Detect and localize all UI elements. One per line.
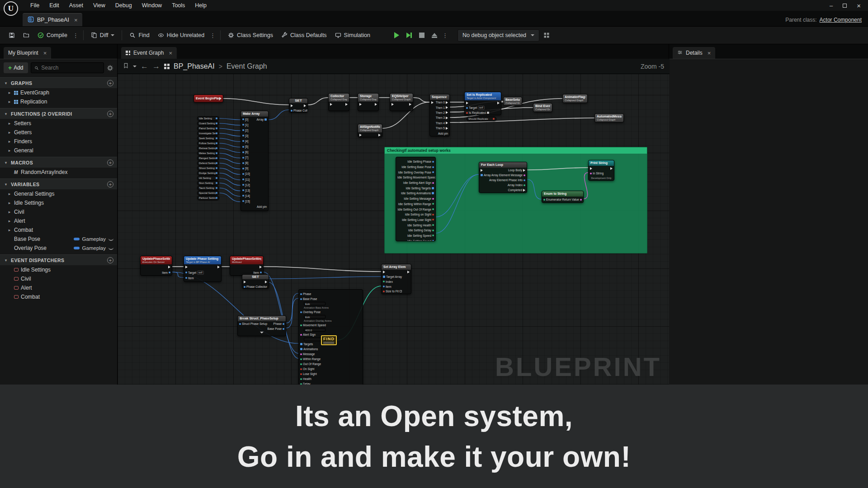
pin-icon[interactable] — [283, 323, 284, 325]
pin-icon[interactable] — [300, 334, 302, 336]
close-details-icon[interactable]: × — [708, 50, 711, 56]
exec-pin-icon[interactable] — [244, 281, 246, 283]
section-header-event-dispatchers[interactable]: ▾EVENT DISPATCHERS+ — [0, 254, 117, 265]
exec-pin-icon[interactable] — [217, 266, 220, 268]
pin-icon[interactable] — [300, 293, 302, 295]
pin-icon[interactable] — [216, 197, 217, 199]
pin-icon[interactable] — [432, 214, 434, 216]
pin-icon[interactable] — [493, 118, 495, 120]
exec-pin-icon[interactable] — [407, 271, 410, 273]
node-input-widget[interactable]: Edit — [304, 315, 326, 319]
pin-icon[interactable] — [300, 298, 302, 300]
pin-icon[interactable] — [216, 157, 217, 159]
pin-icon[interactable] — [242, 140, 244, 142]
panel-settings-button[interactable] — [107, 65, 113, 71]
expand-icon[interactable]: ▸ — [7, 139, 12, 144]
exec-pin-icon[interactable] — [590, 167, 592, 170]
pin-icon[interactable] — [300, 348, 302, 350]
node-set-is-replicated[interactable]: Set Is ReplicatedTarget is Actor Compone… — [464, 92, 501, 115]
expand-chevron-icon[interactable] — [260, 332, 264, 333]
getter-investigate-setting[interactable]: Investigate Setting — [197, 131, 219, 136]
exec-pin-icon[interactable] — [291, 104, 293, 107]
exec-pin-icon[interactable] — [523, 169, 525, 172]
pin-icon[interactable] — [432, 192, 434, 194]
item-general[interactable]: ▸General — [0, 146, 117, 155]
pin-icon[interactable] — [300, 383, 302, 385]
pin-default-value[interactable]: self — [478, 106, 485, 110]
simulation-button[interactable]: Simulation — [331, 30, 374, 41]
section-header-graphs[interactable]: ▾GRAPHS+ — [0, 77, 117, 88]
node-animater-flags[interactable]: AnimaterFlagsCollapsed Graph — [562, 94, 588, 103]
pin-icon[interactable] — [432, 187, 434, 189]
getter-ranged-setting[interactable]: Ranged Setting — [197, 156, 219, 160]
item-overlay-pose[interactable]: ▸Overlay PoseGameplay — [0, 244, 117, 253]
pin-icon[interactable] — [300, 311, 302, 313]
play-button[interactable] — [394, 32, 399, 38]
exec-pin-icon[interactable] — [185, 266, 188, 268]
pin-icon[interactable] — [216, 147, 217, 149]
collapse-icon[interactable]: ▾ — [4, 160, 8, 165]
pin-icon[interactable] — [300, 353, 302, 355]
getter-stun-setting[interactable]: Stun Setting — [197, 181, 219, 185]
pin-icon[interactable] — [300, 358, 302, 360]
expand-icon[interactable]: ▸ — [7, 99, 12, 104]
pin-icon[interactable] — [216, 182, 217, 184]
pin-default-value[interactable]: self — [197, 271, 204, 275]
node-bind-events[interactable]: Bind EventsCollapsed Graph — [533, 103, 552, 112]
getter-defend-setting[interactable]: Defend Setting — [197, 161, 219, 165]
pin-icon[interactable] — [242, 184, 244, 186]
find-button[interactable]: Find — [125, 30, 153, 41]
browse-button[interactable] — [19, 30, 33, 41]
expand-icon[interactable]: ▸ — [7, 228, 12, 232]
graph-canvas[interactable]: ← → BP_PhaseAI > Event Graph Zoom -5 Che… — [118, 59, 670, 385]
exec-pin-icon[interactable] — [409, 103, 411, 106]
node-event-begin-play[interactable]: Event BeginPlay — [193, 94, 223, 103]
exec-pin-icon[interactable] — [446, 106, 448, 109]
pin-icon[interactable] — [260, 272, 262, 273]
exec-pin-icon[interactable] — [359, 103, 362, 106]
item-replication[interactable]: ▸Replication — [0, 97, 117, 106]
pin-icon[interactable] — [300, 324, 302, 326]
section-header-functions-2-overridi[interactable]: ▾FUNCTIONS (2 OVERRIDI+ — [0, 108, 117, 119]
node-set-phase-collector[interactable]: SETPhase Collector — [289, 98, 308, 113]
getter-seek-setting[interactable]: Seek Setting — [197, 136, 219, 141]
exec-pin-icon[interactable] — [392, 103, 394, 106]
exec-pin-icon[interactable] — [345, 103, 348, 106]
pin-icon[interactable] — [543, 199, 545, 201]
getter-idle-setting[interactable]: Idle Setting — [197, 116, 219, 121]
expand-icon[interactable]: ▸ — [7, 121, 12, 126]
expand-icon[interactable]: ▸ — [7, 148, 12, 153]
node-update-phase-setting-multi-ev[interactable]: UpdatePhaseSetting_MultiMulticastItem — [230, 256, 264, 276]
node-input-widget[interactable]: Edit — [304, 302, 326, 305]
pin-icon[interactable] — [383, 291, 385, 292]
collapse-icon[interactable]: ▾ — [4, 112, 8, 116]
find-result-highlight[interactable]: FIND — [321, 335, 337, 345]
pin-icon[interactable] — [216, 117, 217, 119]
pin-icon[interactable] — [300, 368, 302, 370]
expand-icon[interactable]: ▸ — [7, 192, 12, 196]
section-add-icon[interactable]: + — [107, 181, 113, 188]
class-defaults-button[interactable]: Class Defaults — [277, 30, 331, 41]
pin-icon[interactable] — [216, 127, 217, 129]
pin-icon[interactable] — [242, 189, 244, 191]
node-input-widget[interactable]: 400.0 — [304, 328, 326, 332]
pin-icon[interactable] — [300, 373, 302, 375]
pin-icon[interactable] — [242, 124, 244, 126]
save-button[interactable] — [5, 30, 19, 41]
collapse-icon[interactable]: ▾ — [4, 81, 8, 85]
item-combat[interactable]: ▸Combat — [0, 225, 117, 235]
pin-icon[interactable] — [432, 208, 434, 210]
exec-pin-icon[interactable] — [446, 117, 448, 119]
expand-icon[interactable]: ▸ — [7, 201, 12, 205]
pin-icon[interactable] — [216, 122, 217, 124]
exec-pin-icon[interactable] — [383, 271, 385, 273]
getter-shoot-setting[interactable]: Shoot Setting — [197, 166, 219, 170]
hide-unrelated-button[interactable]: Hide Unrelated — [154, 30, 208, 41]
pin-icon[interactable] — [432, 224, 434, 226]
pin-icon[interactable] — [432, 240, 434, 241]
breadcrumb-current[interactable]: Event Graph — [226, 62, 267, 70]
item-setters[interactable]: ▸Setters — [0, 119, 117, 128]
exec-pin-icon[interactable] — [265, 281, 267, 283]
item-combat[interactable]: ▸Combat — [0, 292, 117, 301]
checkbox[interactable] — [487, 112, 489, 114]
